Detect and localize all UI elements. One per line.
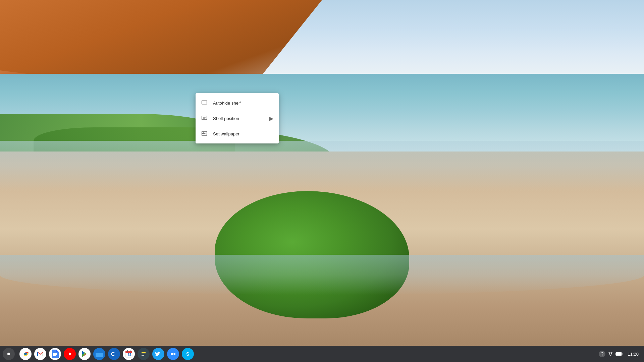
question-mark-icon: ?: [599, 351, 605, 357]
launcher-dot-icon: [7, 353, 10, 355]
clock-display[interactable]: 11:20: [628, 352, 639, 357]
shelf-app-zoom[interactable]: [167, 348, 179, 360]
shallow-water: [0, 255, 644, 295]
submenu-arrow-icon: ▶: [269, 115, 273, 122]
svg-rect-34: [616, 353, 622, 355]
shelf-app-calendar[interactable]: 31: [123, 348, 135, 360]
menu-item-shelf-position[interactable]: Shelf position ▶: [196, 111, 279, 126]
menu-item-autohide-shelf[interactable]: Autohide shelf: [196, 95, 279, 111]
svg-rect-1: [202, 105, 207, 105]
shelf-app-youtube[interactable]: [64, 348, 76, 360]
autohide-shelf-icon: [201, 100, 208, 106]
svg-point-31: [610, 355, 611, 356]
set-wallpaper-icon: [201, 130, 208, 137]
svg-point-10: [24, 353, 26, 355]
svg-rect-11: [53, 353, 57, 354]
launcher-button[interactable]: [3, 348, 15, 360]
shelf-app-chrome[interactable]: [19, 348, 32, 360]
svg-rect-12: [53, 354, 57, 355]
shelf-app-twitter[interactable]: [152, 348, 164, 360]
shelf-right-section: ? 11:20: [599, 351, 641, 357]
shelf-position-label: Shelf position: [213, 116, 267, 121]
svg-text:31: 31: [128, 353, 132, 357]
svg-rect-13: [53, 355, 56, 356]
svg-text:C: C: [111, 351, 115, 357]
shelf-app-gmail[interactable]: [34, 348, 46, 360]
status-area[interactable]: ? 11:20: [599, 351, 639, 357]
svg-rect-0: [202, 101, 207, 104]
autohide-shelf-label: Autohide shelf: [213, 101, 273, 106]
water-reflection: [0, 141, 644, 191]
shelf-app-notes[interactable]: [138, 348, 150, 360]
shelf-app-docs[interactable]: [49, 348, 61, 360]
battery-icon: [615, 352, 623, 356]
svg-point-7: [203, 132, 204, 133]
shelf-left-section: C 31: [3, 348, 599, 360]
shelf-app-vscode[interactable]: C: [108, 348, 120, 360]
shelf-app-skype[interactable]: S: [182, 348, 194, 360]
context-menu: Autohide shelf Shelf position ▶ Set wall…: [196, 93, 279, 143]
wallpaper-background: [0, 0, 644, 362]
svg-rect-33: [622, 353, 623, 355]
shelf-taskbar: C 31: [0, 346, 644, 362]
set-wallpaper-label: Set wallpaper: [213, 131, 273, 136]
wifi-icon: [607, 352, 613, 356]
shelf-app-files[interactable]: [93, 348, 105, 360]
menu-item-set-wallpaper[interactable]: Set wallpaper: [196, 126, 279, 141]
svg-rect-2: [202, 116, 207, 120]
shelf-position-icon: [201, 115, 208, 122]
svg-text:S: S: [186, 351, 189, 357]
shelf-app-play[interactable]: [78, 348, 91, 360]
